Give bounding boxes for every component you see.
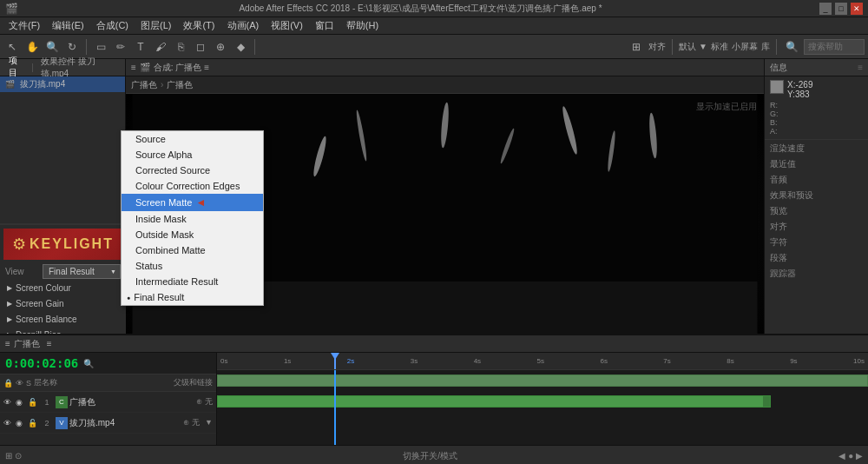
- info-menu-icon[interactable]: ≡: [858, 63, 863, 72]
- section-character[interactable]: 字符: [765, 234, 868, 249]
- section-recent[interactable]: 最近值: [765, 156, 868, 171]
- tool-puppet[interactable]: ◆: [232, 38, 249, 56]
- minimize-button[interactable]: _: [819, 3, 832, 15]
- eye-icon[interactable]: 👁: [16, 379, 23, 388]
- preview-title: 合成: 广播色 ≡: [154, 62, 209, 74]
- eye-2[interactable]: 👁: [3, 419, 14, 428]
- track-parent-2[interactable]: ⊕ 无 ▼: [183, 417, 213, 428]
- expand-icon: ▶: [5, 315, 14, 323]
- eye-1[interactable]: 👁: [3, 398, 14, 407]
- search-icon[interactable]: 🔍: [783, 38, 800, 56]
- solo-2[interactable]: ◉: [16, 419, 26, 428]
- solo-1[interactable]: ◉: [16, 398, 26, 407]
- view-dropdown[interactable]: Final Result: [43, 264, 121, 279]
- workspace-library[interactable]: 库: [761, 41, 770, 53]
- section-align[interactable]: 对齐: [765, 218, 868, 234]
- track-num-1: 1: [40, 398, 54, 407]
- timeline-menu: ≡: [47, 339, 52, 348]
- tool-eraser[interactable]: ◻: [192, 38, 209, 56]
- dropdown-item-screen-matte[interactable]: Screen Matte ◄: [122, 194, 263, 211]
- workspace-standard[interactable]: 标准: [711, 41, 728, 53]
- track-2-bar[interactable]: [217, 395, 771, 408]
- dropdown-item-colour-correction-edges[interactable]: Colour Correction Edges: [122, 178, 263, 194]
- project-item-video[interactable]: 🎬 拔刀搞.mp4: [0, 76, 125, 92]
- lock-icon[interactable]: 🔒: [3, 379, 13, 388]
- menu-file[interactable]: 文件(F): [3, 17, 45, 34]
- mark-0: 0s: [220, 357, 227, 365]
- timecode-search-icon[interactable]: 🔍: [83, 359, 94, 368]
- menu-view[interactable]: 视图(V): [266, 17, 308, 34]
- dropdown-item-outside-mask[interactable]: Outside Mask: [122, 227, 263, 242]
- timeline-right: 0s 1s 2s 3s 4s 5s 6s 7s 8s 9s 10s: [217, 353, 868, 445]
- breadcrumb-root[interactable]: 广播色: [131, 79, 157, 91]
- lock-2[interactable]: 🔓: [28, 419, 38, 428]
- item-label: Intermediate Result: [135, 276, 218, 287]
- left-panel: 项目 | 效果控件 拔刀搞.mp4 🎬 拔刀搞.mp4 ⚙ KEYLIGHT V…: [0, 59, 126, 375]
- tool-text[interactable]: T: [132, 38, 149, 56]
- preview-header: ≡ 🎬 合成: 广播色 ≡: [126, 59, 764, 76]
- keylight-screen-colour[interactable]: ▶ Screen Colour: [0, 280, 126, 295]
- search-box[interactable]: [804, 39, 865, 55]
- color-channels-4: A:: [770, 127, 863, 136]
- section-render-speed[interactable]: 渲染速度: [765, 140, 868, 156]
- footer-right-icons[interactable]: ◀ ● ▶: [838, 451, 863, 461]
- title-bar-text: Adobe After Effects CC 2018 - E:\1影视区\成品…: [22, 3, 819, 15]
- footer-mode-label[interactable]: 切换开关/模式: [22, 450, 839, 462]
- footer-icons[interactable]: ⊞ ⊙: [5, 451, 22, 461]
- menu-help[interactable]: 帮助(H): [341, 17, 384, 34]
- color-channels-2: G:: [770, 109, 863, 118]
- keylight-screen-gain[interactable]: ▶ Screen Gain: [0, 295, 126, 311]
- keylight-view-row[interactable]: View Final Result: [0, 263, 126, 279]
- menu-edit[interactable]: 编辑(E): [47, 17, 89, 34]
- menu-layer[interactable]: 图层(L): [135, 17, 176, 34]
- menu-animation[interactable]: 动画(A): [222, 17, 265, 34]
- color-channels-3: B:: [770, 118, 863, 127]
- preview-icon: 🎬: [140, 63, 150, 72]
- tool-pen[interactable]: ✏: [112, 38, 129, 56]
- track-parent-1[interactable]: ⊕ 无: [196, 396, 213, 408]
- project-item-name: 拔刀搞.mp4: [20, 78, 65, 90]
- track-name-1[interactable]: 广播色: [69, 396, 191, 408]
- dropdown-item-status[interactable]: Status: [122, 258, 263, 274]
- dropdown-item-source-alpha[interactable]: Source Alpha: [122, 147, 263, 162]
- item-label: Inside Mask: [135, 214, 187, 224]
- tool-zoom[interactable]: 🔍: [43, 38, 61, 56]
- menu-window[interactable]: 窗口: [310, 17, 339, 34]
- solo-icon[interactable]: S: [26, 379, 31, 388]
- maximize-button[interactable]: □: [835, 3, 847, 15]
- workspace-small[interactable]: 小屏幕: [732, 41, 758, 53]
- main-timecode[interactable]: 0:00:02:06: [5, 356, 78, 370]
- lock-1[interactable]: 🔓: [28, 398, 38, 407]
- tool-brush[interactable]: 🖌: [152, 38, 169, 56]
- tool-clone[interactable]: ⎘: [172, 38, 189, 56]
- dropdown-item-corrected-source[interactable]: Corrected Source: [122, 162, 263, 178]
- dropdown-item-intermediate-result[interactable]: Intermediate Result: [122, 274, 263, 289]
- workspace-default[interactable]: 默认 ▼: [679, 41, 707, 53]
- keylight-screen-balance[interactable]: ▶ Screen Balance: [0, 311, 126, 327]
- close-button[interactable]: ✕: [851, 3, 863, 15]
- tool-roto[interactable]: ⊕: [212, 38, 229, 56]
- menu-composition[interactable]: 合成(C): [91, 17, 134, 34]
- section-paragraph[interactable]: 段落: [765, 249, 868, 265]
- section-tracker[interactable]: 跟踪器: [765, 265, 868, 281]
- breadcrumb-current[interactable]: 广播色: [167, 79, 193, 91]
- dropdown-item-source[interactable]: Source: [122, 131, 263, 147]
- r-channel: R:: [770, 101, 778, 109]
- mark-8: 8s: [727, 357, 733, 365]
- section-audio[interactable]: 音频: [765, 171, 868, 187]
- section-effects-presets[interactable]: 效果和预设: [765, 187, 868, 202]
- tool-rect[interactable]: ▭: [92, 38, 109, 56]
- dropdown-item-final-result[interactable]: Final Result: [122, 289, 263, 305]
- parent-value: 无: [205, 397, 213, 406]
- playhead-arrow: [331, 353, 339, 360]
- tool-rotate[interactable]: ↻: [63, 38, 81, 56]
- dropdown-item-inside-mask[interactable]: Inside Mask: [122, 211, 263, 227]
- menu-effects[interactable]: 效果(T): [178, 17, 220, 34]
- snapping-icon[interactable]: ⊞: [628, 38, 645, 56]
- g-channel: G:: [770, 109, 779, 118]
- track-1-bar[interactable]: [217, 375, 868, 387]
- dropdown-item-combined-matte[interactable]: Combined Matte: [122, 242, 263, 258]
- search-input[interactable]: [808, 42, 860, 51]
- section-preview[interactable]: 预览: [765, 202, 868, 218]
- track-name-2[interactable]: 拔刀搞.mp4: [69, 417, 178, 429]
